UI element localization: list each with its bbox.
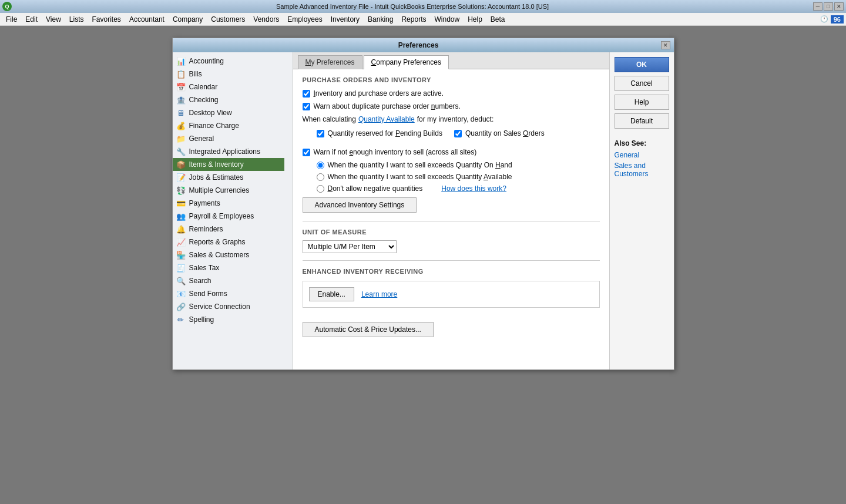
radio-no-negative[interactable] [317,185,324,193]
menu-company[interactable]: Company [169,14,206,25]
sidebar-item-send-forms[interactable]: 📧 Send Forms [173,287,284,300]
menu-customers[interactable]: Customers [207,14,249,25]
deduct-options: Quantity reserved for Pending Builds Qua… [303,129,600,142]
sidebar-item-payroll-employees[interactable]: 👥 Payroll & Employees [173,210,284,223]
sidebar-item-reminders[interactable]: 🔔 Reminders [173,223,284,236]
uom-select[interactable]: Single U/M Per Item Multiple U/M Per Ite… [303,240,397,253]
restore-button[interactable]: □ [824,2,833,11]
sidebar-item-integrated-applications[interactable]: 🔧 Integrated Applications [173,145,284,158]
payroll-employees-icon: 👥 [176,211,186,221]
menu-lists[interactable]: Lists [66,14,88,25]
reports-graphs-icon: 📈 [176,237,186,247]
menu-view[interactable]: View [42,14,65,25]
service-connection-icon: 🔗 [176,302,186,311]
tab-company-preferences[interactable]: Company Preferences [364,55,449,69]
radio-quantity-available[interactable] [317,173,324,181]
sidebar-item-general[interactable]: 📁 General [173,132,284,145]
menu-favorites[interactable]: Favorites [89,14,125,25]
auto-cost-price-updates-button[interactable]: Automatic Cost & Price Updates... [303,322,434,337]
sidebar-item-jobs-estimates[interactable]: 📝 Jobs & Estimates [173,171,284,184]
how-does-this-work-link[interactable]: How does this work? [441,184,506,193]
also-see-sales-customers-link[interactable]: Sales and Customers [615,162,669,178]
sidebar-label-integrated-applications: Integrated Applications [189,147,260,156]
sidebar-label-finance-charge: Finance Charge [189,122,239,130]
search-icon: 🔍 [176,276,186,285]
checkbox-row-pending-builds: Quantity reserved for Pending Builds [317,129,442,137]
checkbox-duplicate-po[interactable] [303,103,310,110]
also-see-section: Also See: General Sales and Customers [615,139,669,180]
preferences-sidebar: 📊 Accounting 📋 Bills 📅 Calendar 🏦 Checki… [173,52,293,369]
title-bar-left: Q [2,2,12,11]
advanced-inventory-settings-button[interactable]: Advanced Inventory Settings [303,197,417,213]
sidebar-item-calendar[interactable]: 📅 Calendar [173,80,284,93]
checkbox-pending-builds[interactable] [317,130,324,137]
payments-icon: 💳 [176,199,186,208]
divider-2 [303,260,600,261]
right-panel: OK Cancel Help Default Also See: General… [609,52,674,369]
content-area: My Preferences Company Preferences PURCH… [293,52,609,369]
sidebar-item-sales-customers[interactable]: 🏪 Sales & Customers [173,248,284,261]
calendar-icon: 📅 [176,82,186,92]
sidebar-item-sales-tax[interactable]: 🧾 Sales Tax [173,261,284,274]
sidebar-label-search: Search [189,277,212,285]
sidebar-item-search[interactable]: 🔍 Search [173,274,284,287]
sidebar-item-service-connection[interactable]: 🔗 Service Connection [173,300,284,313]
checkbox-inventory-active[interactable] [303,90,310,98]
sidebar-label-service-connection: Service Connection [189,303,250,311]
sales-tax-icon: 🧾 [176,263,186,273]
menu-file[interactable]: File [2,14,21,25]
enhanced-section: ENHANCED INVENTORY RECEIVING Enable... L… [303,268,600,308]
dialog-title: Preferences [176,41,661,49]
radio-quantity-on-hand-label: When the quantity I want to sell exceeds… [328,161,512,169]
radio-quantity-on-hand[interactable] [317,162,324,169]
sidebar-item-multiple-currencies[interactable]: 💱 Multiple Currencies [173,184,284,197]
sidebar-item-accounting[interactable]: 📊 Accounting [173,55,284,68]
dialog-title-bar: Preferences ✕ [173,38,674,52]
uom-dropdown-row: Single U/M Per Item Multiple U/M Per Ite… [303,240,600,253]
sidebar-item-reports-graphs[interactable]: 📈 Reports & Graphs [173,236,284,248]
menu-accountant[interactable]: Accountant [126,14,168,25]
menu-vendors[interactable]: Vendors [250,14,283,25]
sidebar-label-checking: Checking [189,96,219,104]
menu-beta[interactable]: Beta [487,14,509,25]
dialog-close-button[interactable]: ✕ [661,41,670,49]
sidebar-item-finance-charge[interactable]: 💰 Finance Charge [173,119,284,132]
also-see-general-link[interactable]: General [615,151,669,159]
menu-banking[interactable]: Banking [364,14,397,25]
radio-row-no-negative: Don't allow negative quantities How does… [303,184,600,193]
help-button[interactable]: Help [615,95,669,110]
ok-button[interactable]: OK [615,57,669,72]
tab-my-preferences[interactable]: My Preferences [298,55,362,69]
sidebar-label-calendar: Calendar [189,83,218,91]
menu-window[interactable]: Window [431,14,463,25]
quantity-available-link[interactable]: Quantity Available [358,115,415,123]
sidebar-item-bills[interactable]: 📋 Bills [173,68,284,80]
menu-employees[interactable]: Employees [284,14,325,25]
sidebar-item-checking[interactable]: 🏦 Checking [173,93,284,106]
integrated-apps-icon: 🔧 [176,147,186,156]
checkbox-warn-inventory[interactable] [303,149,310,156]
accounting-icon: 📊 [176,56,186,66]
menu-reports[interactable]: Reports [398,14,429,25]
sidebar-item-spelling[interactable]: ✏ Spelling [173,313,284,326]
sidebar-item-items-inventory[interactable]: 📦 Items & Inventory [173,158,284,171]
window-controls: ─ □ ✕ [813,2,844,11]
learn-more-link[interactable]: Learn more [361,290,397,298]
sidebar-label-bills: Bills [189,70,202,78]
cancel-button[interactable]: Cancel [615,76,669,91]
preferences-dialog: Preferences ✕ 📊 Accounting 📋 Bills � [172,38,674,370]
minimize-button[interactable]: ─ [813,2,822,11]
quantity-available-row: When calculating Quantity Available for … [303,115,600,123]
send-forms-icon: 📧 [176,289,186,298]
menu-inventory[interactable]: Inventory [327,14,363,25]
checkbox-sales-orders[interactable] [454,130,462,137]
enable-button[interactable]: Enable... [309,287,354,301]
menu-edit[interactable]: Edit [22,14,41,25]
tab-company-preferences-rest: ompany Preferences [376,58,441,66]
sidebar-item-desktop-view[interactable]: 🖥 Desktop View [173,106,284,119]
close-button[interactable]: ✕ [834,2,844,11]
menu-help[interactable]: Help [464,14,486,25]
checkbox-warn-inventory-label: Warn if not enough inventory to sell (ac… [314,148,477,156]
sidebar-item-payments[interactable]: 💳 Payments [173,197,284,210]
default-button[interactable]: Default [615,113,669,129]
